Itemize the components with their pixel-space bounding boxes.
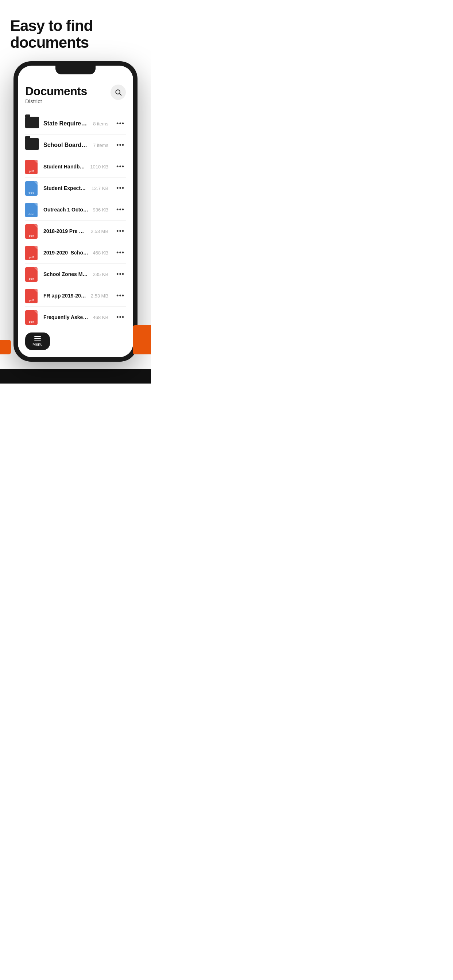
doc-info: FR app 2019-20 Spanish bbox=[43, 293, 86, 299]
orange-decoration-right bbox=[133, 325, 151, 355]
app-content: Documents District bbox=[18, 65, 133, 357]
svg-line-1 bbox=[120, 94, 121, 95]
doc-name: School Zones Map[draft 2]... bbox=[43, 271, 88, 277]
pdf-icon-handbooks: pdf bbox=[25, 160, 39, 173]
menu-bar: Menu bbox=[25, 332, 50, 350]
folder-icon-state bbox=[25, 117, 39, 130]
app-header: Documents District bbox=[25, 84, 126, 111]
doc-meta: 8 items bbox=[93, 121, 108, 127]
orange-decoration-left bbox=[0, 340, 11, 355]
pdf-icon-spanish: pdf bbox=[25, 289, 39, 302]
phone-container: Documents District bbox=[0, 61, 151, 362]
menu-line-2 bbox=[34, 338, 41, 339]
doc-info: School Zones Map[draft 2]... bbox=[43, 271, 88, 277]
page-wrapper: Easy to find documents Documents Distric… bbox=[0, 0, 151, 383]
more-options-button[interactable]: ••• bbox=[115, 118, 126, 129]
pdf-icon-calendar: pdf bbox=[25, 246, 39, 259]
doc-info: 2018-2019 Pre K Applic... bbox=[43, 228, 86, 234]
phone-area: Documents District bbox=[0, 61, 151, 369]
menu-button[interactable]: Menu bbox=[25, 332, 50, 350]
hero-title: Easy to find documents bbox=[10, 18, 141, 51]
doc-meta: 2.53 MB bbox=[91, 293, 108, 299]
list-item[interactable]: State Required Info 8 items ••• bbox=[25, 113, 126, 135]
pdf-icon-zones: pdf bbox=[25, 267, 39, 281]
doc-meta: 468 KB bbox=[93, 315, 108, 320]
doc-meta: 7 items bbox=[93, 143, 108, 148]
document-list: State Required Info 8 items ••• bbox=[25, 113, 126, 328]
pdf-icon-faq: pdf bbox=[25, 310, 39, 324]
phone-screen: Documents District bbox=[18, 65, 133, 357]
doc-name: State Required Info bbox=[43, 120, 89, 127]
doc-name: Student Handbooks.pdf bbox=[43, 164, 86, 170]
doc-info: School Board Policies bbox=[43, 142, 89, 148]
more-options-button[interactable]: ••• bbox=[115, 291, 126, 301]
menu-line-1 bbox=[34, 336, 41, 337]
doc-icon-expectations: doc bbox=[25, 181, 39, 195]
doc-info: Student Handbooks.pdf bbox=[43, 164, 86, 170]
doc-info: Student Expectations for... bbox=[43, 185, 87, 191]
doc-meta: 468 KB bbox=[93, 250, 108, 256]
app-subtitle: District bbox=[25, 98, 87, 104]
doc-name: Outreach 1 October 17th.doc bbox=[43, 207, 88, 213]
more-options-button[interactable]: ••• bbox=[115, 312, 126, 323]
list-item[interactable]: pdf Student Handbooks.pdf 1010 KB ••• bbox=[25, 156, 126, 178]
doc-name: Frequently Asked Questions... bbox=[43, 314, 88, 320]
app-title: Documents bbox=[25, 84, 87, 98]
list-item[interactable]: doc Outreach 1 October 17th.doc 936 KB •… bbox=[25, 199, 126, 221]
doc-info: 2019-2020_School_Calenda... bbox=[43, 250, 88, 256]
menu-icon bbox=[34, 336, 41, 340]
bottom-bar bbox=[0, 369, 151, 383]
list-item[interactable]: pdf 2019-2020_School_Calenda... 468 KB •… bbox=[25, 242, 126, 264]
more-options-button[interactable]: ••• bbox=[115, 226, 126, 237]
menu-line-3 bbox=[34, 340, 41, 340]
list-item[interactable]: pdf FR app 2019-20 Spanish 2.53 MB ••• bbox=[25, 285, 126, 307]
list-item[interactable]: pdf School Zones Map[draft 2]... 235 KB … bbox=[25, 264, 126, 285]
doc-meta: 235 KB bbox=[93, 272, 108, 277]
doc-name: School Board Policies bbox=[43, 142, 89, 148]
more-options-button[interactable]: ••• bbox=[115, 205, 126, 215]
doc-meta: 2.53 MB bbox=[91, 229, 108, 234]
hero-section: Easy to find documents bbox=[0, 0, 151, 61]
more-options-button[interactable]: ••• bbox=[115, 162, 126, 172]
doc-info: Frequently Asked Questions... bbox=[43, 314, 88, 320]
doc-name: 2018-2019 Pre K Applic... bbox=[43, 228, 86, 234]
doc-meta: 936 KB bbox=[93, 207, 108, 213]
list-item[interactable]: doc Student Expectations for... 12.7 KB … bbox=[25, 178, 126, 199]
doc-name: FR app 2019-20 Spanish bbox=[43, 293, 86, 299]
menu-label: Menu bbox=[32, 342, 43, 346]
phone-notch bbox=[56, 65, 96, 75]
phone-mockup: Documents District bbox=[13, 61, 137, 362]
doc-name: 2019-2020_School_Calenda... bbox=[43, 250, 88, 256]
doc-info: State Required Info bbox=[43, 120, 89, 127]
doc-name: Student Expectations for... bbox=[43, 185, 87, 191]
more-options-button[interactable]: ••• bbox=[115, 183, 126, 194]
list-item[interactable]: School Board Policies 7 items ••• bbox=[25, 135, 126, 156]
folder-icon-school bbox=[25, 138, 39, 152]
search-button[interactable] bbox=[110, 84, 126, 100]
list-item[interactable]: pdf 2018-2019 Pre K Applic... 2.53 MB ••… bbox=[25, 221, 126, 242]
doc-meta: 12.7 KB bbox=[91, 186, 108, 191]
more-options-button[interactable]: ••• bbox=[115, 140, 126, 151]
more-options-button[interactable]: ••• bbox=[115, 269, 126, 280]
more-options-button[interactable]: ••• bbox=[115, 248, 126, 258]
doc-meta: 1010 KB bbox=[90, 164, 108, 170]
app-title-group: Documents District bbox=[25, 84, 87, 111]
pdf-icon-prek: pdf bbox=[25, 224, 39, 238]
doc-info: Outreach 1 October 17th.doc bbox=[43, 207, 88, 213]
list-item[interactable]: pdf Frequently Asked Questions... 468 KB… bbox=[25, 307, 126, 328]
search-icon bbox=[115, 89, 122, 96]
doc-icon-outreach: doc bbox=[25, 203, 39, 216]
